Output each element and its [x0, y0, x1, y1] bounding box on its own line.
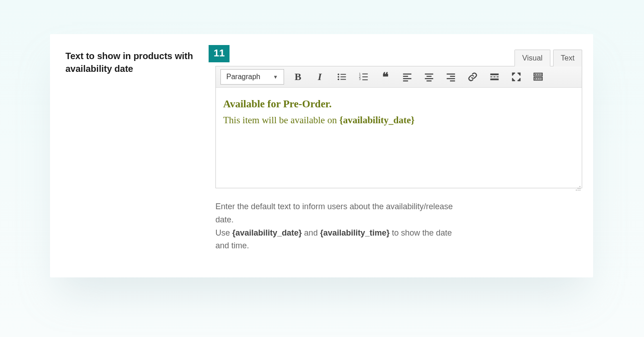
align-left-button[interactable]: [399, 69, 415, 85]
settings-row: Text to show in products with availabili…: [50, 34, 593, 263]
svg-rect-18: [424, 78, 433, 79]
step-badge: 11: [209, 45, 230, 62]
svg-point-42: [576, 190, 577, 191]
svg-rect-19: [426, 80, 431, 81]
numbered-list-icon: 123: [359, 72, 369, 82]
align-center-icon: [424, 72, 434, 82]
svg-rect-21: [450, 76, 455, 77]
bold-icon: B: [295, 71, 301, 83]
svg-point-44: [579, 190, 580, 191]
help-line-2: Use {availability_date} and {availabilit…: [215, 226, 461, 253]
bullet-list-icon: [337, 72, 347, 82]
blockquote-icon: ❝: [382, 74, 389, 80]
editor-frame: Paragraph ▼ B I 123 ❝: [215, 66, 582, 188]
toolbar-toggle-icon: [533, 72, 543, 82]
placeholder-availability-time: {availability_time}: [320, 228, 389, 237]
blockquote-button[interactable]: ❝: [378, 69, 393, 85]
svg-text:3: 3: [359, 77, 361, 80]
resize-handle[interactable]: [574, 181, 581, 187]
settings-card: Text to show in products with availabili…: [50, 34, 593, 277]
content-line-1: Available for Pre-Order.: [223, 96, 574, 113]
svg-rect-38: [540, 78, 541, 80]
align-left-icon: [402, 72, 412, 82]
read-more-icon: [489, 72, 499, 82]
svg-rect-17: [426, 76, 431, 77]
svg-rect-24: [490, 74, 498, 75]
toolbar-toggle-button[interactable]: [530, 69, 546, 85]
format-select-label: Paragraph: [226, 73, 260, 81]
svg-point-4: [337, 79, 339, 80]
svg-rect-37: [539, 78, 540, 80]
help-text: Enter the default text to inform users a…: [215, 200, 461, 252]
bullet-list-button[interactable]: [334, 69, 349, 85]
svg-point-0: [337, 74, 339, 75]
chevron-down-icon: ▼: [273, 74, 278, 80]
svg-rect-11: [362, 80, 368, 80]
svg-rect-15: [403, 80, 408, 81]
bold-button[interactable]: B: [290, 69, 306, 85]
svg-point-40: [578, 188, 579, 189]
editor-tabs: Visual Text: [215, 50, 582, 66]
svg-point-2: [337, 76, 339, 78]
svg-rect-7: [362, 74, 368, 75]
svg-rect-16: [424, 74, 433, 75]
editor-content[interactable]: Available for Pre-Order. This item will …: [216, 88, 582, 188]
svg-rect-3: [340, 76, 346, 77]
svg-point-41: [579, 188, 580, 189]
field-label: Text to show in products with availabili…: [65, 50, 206, 75]
svg-rect-25: [490, 76, 492, 77]
tab-text[interactable]: Text: [553, 50, 582, 66]
svg-rect-36: [536, 78, 538, 80]
svg-rect-5: [340, 79, 346, 80]
align-right-icon: [446, 72, 456, 82]
svg-rect-20: [446, 74, 454, 75]
read-more-button[interactable]: [487, 69, 502, 85]
numbered-list-button[interactable]: 123: [356, 69, 371, 85]
field-label-column: Text to show in products with availabili…: [65, 50, 215, 75]
svg-rect-9: [362, 76, 368, 77]
svg-rect-26: [493, 76, 495, 77]
fullscreen-button[interactable]: [509, 69, 524, 85]
svg-point-39: [579, 186, 580, 187]
italic-button[interactable]: I: [312, 69, 328, 85]
svg-rect-1: [340, 74, 346, 75]
svg-rect-33: [540, 74, 541, 75]
svg-rect-12: [403, 74, 411, 75]
align-right-button[interactable]: [443, 69, 459, 85]
help-line-1: Enter the default text to inform users a…: [215, 200, 461, 226]
svg-rect-30: [534, 74, 536, 75]
svg-rect-13: [403, 76, 408, 77]
link-button[interactable]: [465, 69, 480, 85]
tab-visual[interactable]: Visual: [514, 50, 550, 66]
align-center-button[interactable]: [421, 69, 437, 85]
content-line-2: This item will be available on {availabi…: [223, 113, 574, 128]
svg-rect-27: [496, 76, 499, 77]
svg-point-43: [578, 190, 579, 191]
svg-rect-28: [490, 79, 498, 80]
editor-toolbar: Paragraph ▼ B I 123 ❝: [216, 66, 582, 88]
svg-rect-31: [536, 74, 538, 75]
link-icon: [468, 72, 478, 82]
svg-rect-35: [534, 78, 536, 80]
availability-date-placeholder: {availability_date}: [339, 115, 414, 126]
fullscreen-icon: [511, 72, 521, 82]
italic-icon: I: [318, 71, 322, 83]
svg-rect-32: [539, 74, 540, 75]
svg-rect-22: [446, 78, 454, 79]
editor-column: 11 Visual Text Paragraph ▼ B I: [215, 50, 582, 252]
svg-rect-23: [450, 80, 455, 81]
placeholder-availability-date: {availability_date}: [232, 228, 302, 237]
svg-rect-14: [403, 78, 411, 79]
format-select[interactable]: Paragraph ▼: [220, 69, 284, 85]
